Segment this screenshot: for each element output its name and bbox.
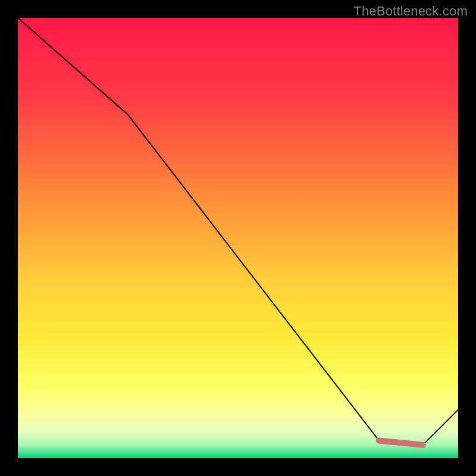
chart-frame: TheBottleneck.com <box>0 0 476 476</box>
watermark-text: TheBottleneck.com <box>353 4 468 19</box>
chart-svg <box>18 18 458 458</box>
gradient-background <box>18 18 458 458</box>
plot-area <box>18 18 458 458</box>
